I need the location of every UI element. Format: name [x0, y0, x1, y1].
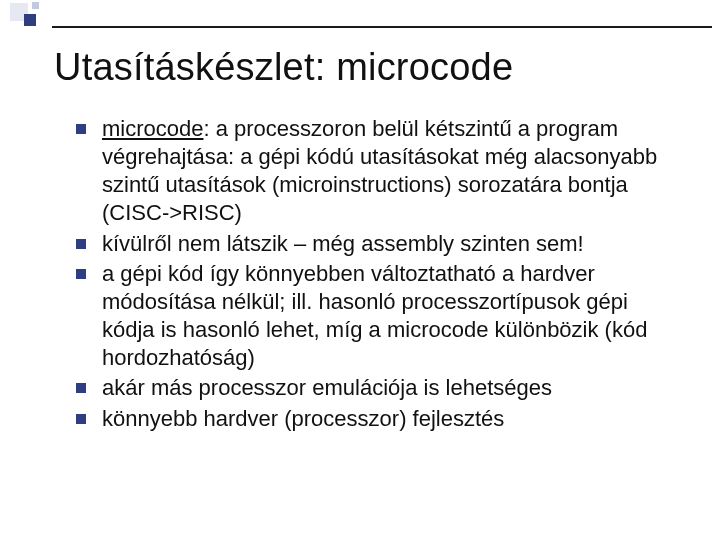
corner-decoration — [0, 0, 60, 40]
bullet-text: a gépi kód így könnyebben változtatható … — [102, 261, 647, 370]
square-icon — [32, 2, 39, 9]
bullet-text: könnyebb hardver (processzor) fejlesztés — [102, 406, 504, 431]
horizontal-rule — [52, 26, 712, 28]
list-item: a gépi kód így könnyebben változtatható … — [76, 260, 686, 373]
slide-content: Utasításkészlet: microcode microcode: a … — [0, 0, 720, 455]
list-item: kívülről nem látszik – még assembly szin… — [76, 230, 686, 258]
bullet-list: microcode: a processzoron belül kétszint… — [54, 115, 686, 433]
list-item: microcode: a processzoron belül kétszint… — [76, 115, 686, 228]
bullet-lead-underline: microcode — [102, 116, 203, 141]
slide-title: Utasításkészlet: microcode — [54, 46, 686, 89]
bullet-text: akár más processzor emulációja is lehets… — [102, 375, 552, 400]
bullet-text: kívülről nem látszik – még assembly szin… — [102, 231, 584, 256]
list-item: könnyebb hardver (processzor) fejlesztés — [76, 405, 686, 433]
list-item: akár más processzor emulációja is lehets… — [76, 374, 686, 402]
square-icon — [24, 14, 36, 26]
